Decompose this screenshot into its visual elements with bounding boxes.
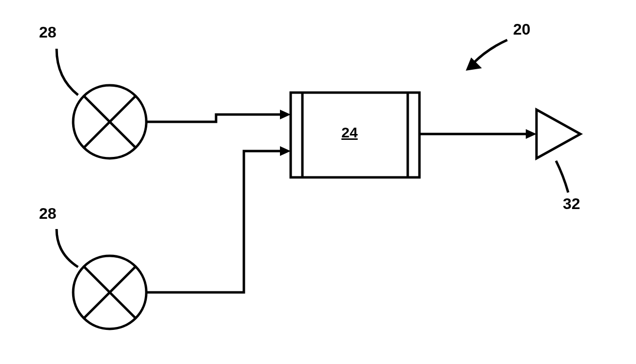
arrow-bottom-input [146, 146, 291, 292]
output-triangle-icon [537, 110, 580, 158]
system-pointer [466, 40, 507, 71]
svg-marker-14 [466, 57, 482, 71]
svg-marker-11 [537, 110, 580, 158]
arrow-output [419, 129, 537, 139]
diagram-svg [0, 0, 636, 364]
leader-28-top [57, 49, 78, 95]
leader-32 [556, 161, 568, 192]
input-bottom-icon [73, 256, 146, 329]
arrow-top-input [146, 110, 291, 122]
block [291, 93, 419, 177]
block-diagram: 28 28 20 32 24 [0, 0, 636, 364]
svg-marker-13 [526, 129, 537, 139]
input-top-icon [73, 85, 146, 158]
leader-28-bottom [57, 229, 78, 267]
svg-marker-10 [280, 146, 291, 156]
svg-rect-6 [291, 93, 419, 177]
svg-marker-9 [280, 110, 291, 119]
